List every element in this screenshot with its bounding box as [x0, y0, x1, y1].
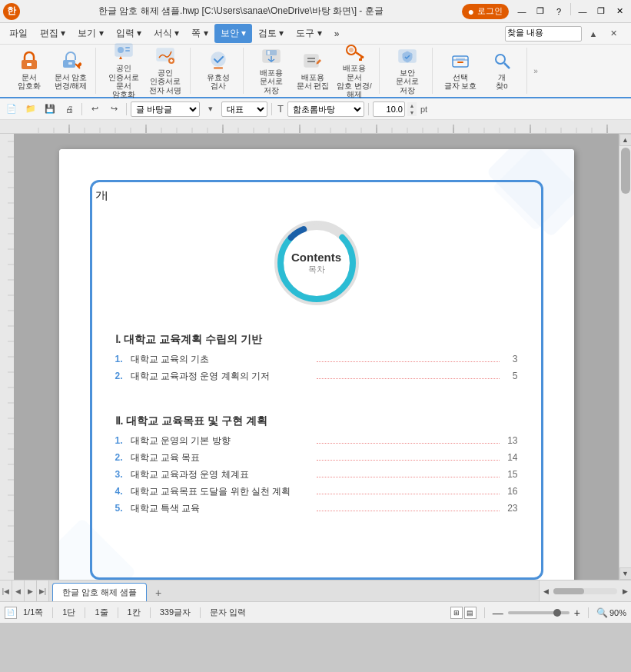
- status-right-area: ⊞ ▤ — + 🔍 90%: [450, 607, 626, 619]
- style-dropdown-button[interactable]: ▾: [202, 101, 219, 118]
- status-page: 1/1쪽: [23, 607, 43, 618]
- tab-bar: 한글 암호 해제 샘플 +: [49, 581, 539, 602]
- window-restore-button[interactable]: ❐: [593, 3, 609, 20]
- menu-edit[interactable]: 편집 ▾: [34, 24, 71, 43]
- ribbon-btn-document-decrypt[interactable]: 문서 암호변경/해제: [51, 48, 91, 92]
- fmt-undo-button[interactable]: ↩: [86, 101, 103, 118]
- tab-document[interactable]: 한글 암호 해제 샘플: [52, 583, 147, 601]
- secure-save-icon: [395, 45, 420, 67]
- sign-icon: [153, 45, 178, 67]
- ribbon-btn-dist-save[interactable]: 배포용문서로 저장: [251, 48, 291, 92]
- font-icon: T: [277, 103, 284, 115]
- ribbon-btn-dist-key[interactable]: 배포용 문서암호 변경/해제: [334, 48, 374, 92]
- ribbon-btn-secure-save[interactable]: 보안문서로 저장: [387, 48, 427, 92]
- ribbon-btn-secure-save-label: 보안문서로 저장: [390, 68, 425, 95]
- para-select[interactable]: 대표: [221, 101, 267, 117]
- h-scroll-thumb[interactable]: [553, 588, 584, 594]
- lock-icon: [17, 50, 42, 72]
- help-button[interactable]: ?: [550, 3, 567, 20]
- svg-rect-9: [125, 50, 130, 52]
- menu-review[interactable]: 검토 ▾: [252, 24, 290, 43]
- status-bar: 📄 1/1쪽 1단 1줄 1칸 339글자 문자 입력 ⊞ ▤ — + 🔍 90…: [0, 601, 631, 623]
- search-input[interactable]: 찾을 내용: [505, 26, 582, 42]
- svg-rect-16: [267, 51, 270, 55]
- view-mode-btn2[interactable]: ▤: [464, 607, 477, 619]
- ribbon-btn-find[interactable]: 개찾0: [482, 48, 522, 92]
- find-icon: [490, 50, 514, 72]
- save-dist-icon: [259, 45, 284, 67]
- menu-more[interactable]: »: [328, 25, 346, 42]
- ribbon-btn-validity-label: 유효성검사: [207, 73, 230, 91]
- scroll-track[interactable]: [619, 146, 631, 567]
- ribbon-close-button[interactable]: ✕: [605, 25, 622, 42]
- font-select[interactable]: 함초롬바탕: [287, 101, 364, 117]
- ribbon-more-button[interactable]: »: [530, 48, 541, 93]
- ribbon-collapse-button[interactable]: ▲: [585, 25, 602, 42]
- ribbon-btn-cert-sign[interactable]: 공인 인증서로전자 서명: [145, 48, 185, 92]
- scroll-up-arrow[interactable]: ▲: [619, 134, 632, 146]
- page-nav-prev[interactable]: ◀: [15, 587, 21, 595]
- minimize-button[interactable]: —: [513, 3, 530, 20]
- font-size-up-button[interactable]: ▲: [407, 102, 417, 109]
- vertical-ruler: [0, 134, 14, 580]
- scroll-right-arrow[interactable]: ▶: [619, 585, 631, 597]
- menu-file[interactable]: 파일: [3, 24, 34, 43]
- fmt-print-button[interactable]: 🖨: [61, 101, 78, 118]
- toc-item: 4. 대학교 교육목표 도달을 위한 실천 계획 16: [115, 485, 518, 498]
- menu-tools[interactable]: 도구 ▾: [290, 24, 327, 43]
- scroll-left-arrow[interactable]: ◀: [540, 585, 552, 597]
- check-icon: [206, 50, 231, 72]
- lock-edit-icon: [58, 50, 83, 72]
- zoom-out-button[interactable]: —: [493, 607, 503, 619]
- status-col: 1칸: [128, 607, 141, 618]
- svg-line-31: [504, 63, 510, 68]
- ribbon-btn-document-encrypt[interactable]: 문서암호화: [9, 48, 49, 92]
- menu-page[interactable]: 쪽 ▾: [185, 24, 214, 43]
- ribbon-btn-find-label: 개찾0: [496, 73, 507, 91]
- ribbon-btn-cert-encrypt[interactable]: 공인 인증서로문서 암호화: [104, 48, 144, 92]
- zoom-in-button[interactable]: +: [574, 607, 580, 619]
- zoom-slider[interactable]: [508, 611, 570, 614]
- restore-button[interactable]: ❐: [532, 3, 549, 20]
- scroll-thumb[interactable]: [621, 148, 630, 194]
- status-mode: 문자 입력: [210, 607, 246, 618]
- page-nav-end[interactable]: ▶|: [39, 587, 46, 595]
- page-nav-start[interactable]: |◀: [2, 587, 9, 595]
- status-section: 1단: [62, 607, 75, 618]
- style-select[interactable]: 글 바탕글: [131, 101, 200, 117]
- fmt-folder-button[interactable]: 📁: [22, 101, 39, 118]
- page-nav-next[interactable]: ▶: [28, 587, 33, 595]
- document-page: 가| Contents 목: [59, 149, 574, 580]
- ribbon-btn-dist-edit[interactable]: 배포용문서 편집: [293, 48, 333, 92]
- view-mode-btn1[interactable]: ⊞: [450, 607, 463, 619]
- ruler-track: [31, 120, 619, 133]
- menu-view[interactable]: 보기 ▾: [71, 24, 109, 43]
- ribbon-btn-protect[interactable]: 선택글자 보호: [440, 48, 480, 92]
- fmt-save-button[interactable]: 💾: [42, 101, 58, 118]
- window-minimize-button[interactable]: —: [574, 3, 591, 20]
- tab-add-button[interactable]: +: [150, 584, 167, 601]
- status-line: 1줄: [95, 607, 108, 618]
- key-dist-icon: [342, 41, 367, 62]
- svg-rect-3: [68, 62, 72, 65]
- ribbon-btn-validity[interactable]: 유효성검사: [198, 48, 238, 92]
- search-icon: 🔍: [596, 607, 608, 618]
- fmt-redo-button[interactable]: ↪: [105, 101, 122, 118]
- login-button[interactable]: ● 로그인: [462, 4, 509, 19]
- scroll-down-arrow[interactable]: ▼: [619, 567, 632, 580]
- toc-item: 5. 대학교 특색 교육 23: [115, 502, 518, 515]
- menu-security[interactable]: 보안 ▾: [214, 24, 252, 43]
- vertical-scrollbar[interactable]: ▲ ▼: [619, 134, 631, 580]
- font-size-input[interactable]: [373, 101, 405, 117]
- font-size-down-button[interactable]: ▼: [407, 109, 417, 116]
- window-close-button[interactable]: ✕: [611, 3, 628, 20]
- toc-item: 1. 대학교 운영의 기본 방향 13: [115, 434, 518, 447]
- ribbon-group-certificate: 공인 인증서로문서 암호화 공인 인증서로전자 서명: [99, 48, 191, 94]
- svg-rect-8: [125, 47, 130, 48]
- app-icon: 한: [3, 3, 20, 20]
- menu-format[interactable]: 서식 ▾: [148, 24, 185, 43]
- svg-point-7: [118, 47, 124, 53]
- view-mode-buttons: ⊞ ▤: [450, 607, 477, 619]
- ribbon-group-secure-save: 보안문서로 저장: [383, 48, 433, 94]
- fmt-new-button[interactable]: 📄: [3, 101, 20, 118]
